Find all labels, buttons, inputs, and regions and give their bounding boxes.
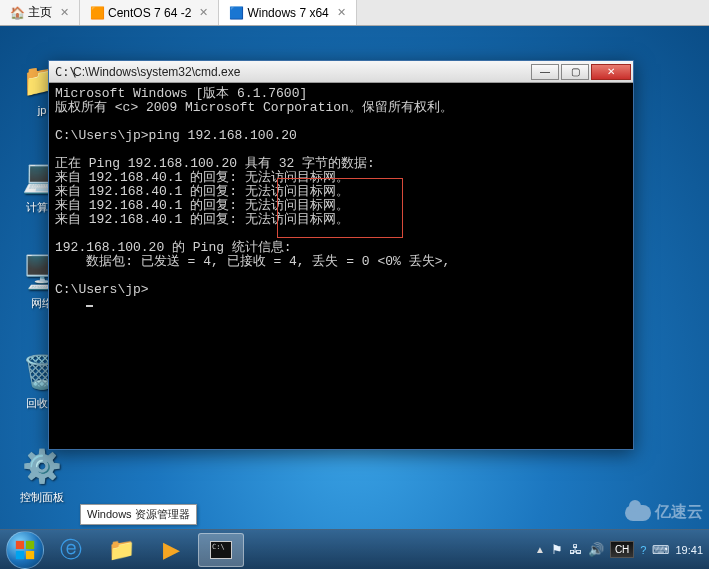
- close-icon[interactable]: ✕: [337, 6, 346, 19]
- tray-expand-icon[interactable]: ▲: [535, 544, 545, 555]
- tray-flag-icon[interactable]: ⚑: [551, 542, 563, 557]
- system-tray: ▲ ⚑ 🖧 🔊 CH ? ⌨ 19:41: [535, 541, 703, 558]
- media-player-icon: ▶: [163, 537, 180, 563]
- clock-time: 19:41: [675, 544, 703, 556]
- home-icon: 🏠: [10, 6, 24, 20]
- vm-tab-label: CentOS 7 64 -2: [108, 6, 191, 20]
- windows-logo-icon: [14, 539, 36, 561]
- ie-icon: ⓔ: [60, 535, 82, 565]
- tray-keyboard-icon[interactable]: ⌨: [652, 543, 669, 557]
- cmd-window[interactable]: C:\ C:\Windows\system32\cmd.exe — ▢ ✕ Mi…: [48, 60, 634, 450]
- taskbar-item-ie[interactable]: ⓔ: [48, 533, 94, 567]
- cmd-titlebar[interactable]: C:\ C:\Windows\system32\cmd.exe — ▢ ✕: [49, 61, 633, 83]
- svg-rect-1: [26, 540, 34, 548]
- desktop-icon[interactable]: ⚙️控制面板: [12, 446, 72, 505]
- close-icon[interactable]: ✕: [60, 6, 69, 19]
- vm-icon: 🟧: [90, 6, 104, 20]
- vm-tab-bar: 🏠 主页 ✕ 🟧 CentOS 7 64 -2 ✕ 🟦 Windows 7 x6…: [0, 0, 709, 26]
- cmd-titlebar-icon: C:\: [55, 65, 69, 79]
- close-icon[interactable]: ✕: [199, 6, 208, 19]
- folder-icon: 📁: [108, 537, 135, 563]
- tray-volume-icon[interactable]: 🔊: [588, 542, 604, 557]
- svg-rect-0: [16, 540, 24, 548]
- cmd-output[interactable]: Microsoft Windows [版本 6.1.7600] 版权所有 <c>…: [49, 83, 633, 449]
- taskbar-tooltip: Windows 资源管理器: [80, 504, 197, 525]
- cmd-icon: [210, 541, 232, 559]
- cloud-icon: [625, 505, 651, 521]
- taskbar-item-cmd[interactable]: [198, 533, 244, 567]
- window-controls: — ▢ ✕: [531, 64, 631, 80]
- tray-help-icon[interactable]: ?: [640, 544, 646, 556]
- cursor: [86, 305, 93, 307]
- app-icon: ⚙️: [22, 446, 62, 486]
- svg-rect-3: [26, 550, 34, 558]
- ime-indicator[interactable]: CH: [610, 541, 634, 558]
- vm-tab-label: 主页: [28, 4, 52, 21]
- taskbar-item-explorer[interactable]: 📁: [98, 533, 144, 567]
- minimize-button[interactable]: —: [531, 64, 559, 80]
- close-button[interactable]: ✕: [591, 64, 631, 80]
- vm-tab-home[interactable]: 🏠 主页 ✕: [0, 0, 80, 25]
- watermark-text: 亿速云: [655, 502, 703, 523]
- start-button[interactable]: [6, 531, 44, 569]
- vm-tab-windows[interactable]: 🟦 Windows 7 x64 ✕: [219, 0, 356, 25]
- watermark: 亿速云: [625, 502, 703, 523]
- maximize-button[interactable]: ▢: [561, 64, 589, 80]
- svg-rect-2: [16, 550, 24, 558]
- cmd-title: C:\Windows\system32\cmd.exe: [73, 65, 531, 79]
- vm-tab-label: Windows 7 x64: [247, 6, 328, 20]
- clock[interactable]: 19:41: [675, 544, 703, 556]
- tray-network-icon[interactable]: 🖧: [569, 542, 582, 557]
- taskbar-item-media[interactable]: ▶: [148, 533, 194, 567]
- taskbar: ⓔ 📁 ▶ ▲ ⚑ 🖧 🔊 CH ? ⌨ 19:41: [0, 529, 709, 569]
- highlight-box: [277, 178, 403, 238]
- desktop-icon-label: 控制面板: [12, 490, 72, 505]
- vm-icon: 🟦: [229, 6, 243, 20]
- vm-tab-centos[interactable]: 🟧 CentOS 7 64 -2 ✕: [80, 0, 219, 25]
